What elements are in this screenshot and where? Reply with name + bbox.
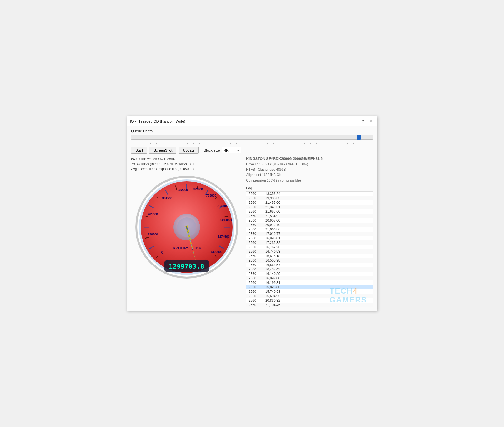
log-container[interactable]: 256018,353.24256019,988.65256021,455.002… <box>246 191 373 307</box>
gauge-mark-130500: 130500 <box>148 233 158 236</box>
log-value: 17,019.77 <box>263 232 373 236</box>
tick-mark <box>341 143 341 144</box>
log-row: 256016,199.31 <box>246 280 373 285</box>
log-qd: 2560 <box>246 240 263 245</box>
log-value: 15,823.80 <box>263 285 373 289</box>
log-row: 256019,988.65 <box>246 196 373 200</box>
tick-mark <box>187 143 188 144</box>
queue-depth-label: Queue Depth <box>131 129 373 133</box>
tick-mark <box>243 143 243 144</box>
gauge-svg: 0 130500 261000 391500 522000 652500 783… <box>134 174 239 280</box>
log-qd: 2560 <box>246 236 263 240</box>
log-value: 20,913.70 <box>263 223 373 227</box>
log-qd: 2560 <box>246 272 263 276</box>
log-qd: 2560 <box>246 294 263 298</box>
gauge-mark-783000: 783000 <box>206 194 216 197</box>
tick-mark <box>261 143 261 144</box>
log-row: 256015,694.95 <box>246 294 373 298</box>
tick-mark <box>372 143 372 144</box>
gauge-mark-522000: 522000 <box>178 188 188 192</box>
tick-mark <box>267 143 268 144</box>
log-value: 16,762.26 <box>263 245 373 249</box>
update-button[interactable]: Update <box>179 147 199 154</box>
log-qd: 2560 <box>246 249 263 254</box>
log-qd: 2560 <box>246 258 263 263</box>
start-button[interactable]: Start <box>131 147 147 154</box>
tick-mark <box>218 143 218 144</box>
log-qd: 2560 <box>246 196 263 200</box>
log-qd: 2560 <box>246 192 263 196</box>
log-value: 16,616.18 <box>263 254 373 258</box>
tick-mark <box>366 143 366 144</box>
log-row: 256021,349.51 <box>246 205 373 209</box>
gauge-value: 1299703.8 <box>169 263 204 270</box>
block-size-select[interactable]: 4K 512B 1K 2K 8K 16K 32K 64K 128K 256K 5… <box>222 147 241 153</box>
log-row: 256016,762.26 <box>246 245 373 249</box>
log-row: 256020,830.32 <box>246 298 373 303</box>
right-panel: KINGSTON SFYRDK2000G 2000GB/EIFK31.6 Dri… <box>246 157 373 307</box>
log-qd: 2560 <box>246 289 263 294</box>
tick-mark <box>206 143 206 144</box>
log-row: 256016,140.89 <box>246 272 373 276</box>
log-row: 256016,092.00 <box>246 276 373 280</box>
log-value: 17,235.32 <box>263 240 373 245</box>
slider-container <box>131 135 373 140</box>
block-size-label: Block size <box>204 148 220 152</box>
gauge-mark-1044000: 1044000 <box>220 218 232 222</box>
log-value: 18,353.24 <box>263 192 373 196</box>
log-qd: 2560 <box>246 223 263 227</box>
log-value: 20,957.00 <box>263 218 373 223</box>
log-qd: 2560 <box>246 245 263 249</box>
gauge-mark-1174500: 1174500 <box>218 235 230 238</box>
stats-line1: 640.00MB written / 671088640 <box>131 157 242 162</box>
tick-mark <box>353 143 354 144</box>
log-row: 256015,740.98 <box>246 289 373 294</box>
close-button[interactable]: ✕ <box>368 118 374 124</box>
stats-line3: Avg.access time (response time) 0.050 ms <box>131 167 242 172</box>
tick-mark <box>298 143 298 144</box>
log-label: Log <box>246 186 373 190</box>
tick-marks <box>131 143 373 144</box>
log-value: 21,349.51 <box>263 205 373 209</box>
tick-mark <box>249 143 249 144</box>
tick-mark <box>286 143 286 144</box>
queue-depth-slider[interactable] <box>131 135 373 140</box>
log-row: 256021,657.60 <box>246 209 373 214</box>
log-value: 16,437.43 <box>263 267 373 272</box>
tick-mark <box>132 143 132 144</box>
log-row: 256016,437.43 <box>246 267 373 272</box>
help-button[interactable]: ? <box>360 118 365 124</box>
drive-info-detail: Drive E: 1,863.0/1,862.8GB free (100.0%)… <box>246 162 373 183</box>
log-row: 256018,353.24 <box>246 192 373 196</box>
main-body: 640.00MB written / 671088640 79.328MB/s … <box>131 157 373 307</box>
toolbar: Start ScreenShot Update Block size 4K 51… <box>131 147 373 154</box>
log-value: 16,199.31 <box>263 280 373 285</box>
log-qd: 2560 <box>246 280 263 285</box>
tick-mark <box>150 143 151 144</box>
log-value: 15,740.98 <box>263 289 373 294</box>
gauge-mark-913500: 913500 <box>217 204 227 208</box>
title-controls: ? ✕ <box>360 118 374 124</box>
log-row: 256021,534.92 <box>246 214 373 218</box>
screenshot-button[interactable]: ScreenShot <box>149 147 176 154</box>
log-value: 16,996.01 <box>263 236 373 240</box>
log-value: 21,455.00 <box>263 200 373 205</box>
tick-mark <box>255 143 255 144</box>
stats-text: 640.00MB written / 671088640 79.328MB/s … <box>131 157 242 172</box>
tick-mark <box>199 143 200 144</box>
tick-mark <box>138 143 138 144</box>
gauge-container: 0 130500 261000 391500 522000 652500 783… <box>134 174 239 280</box>
gauge-label: RW IOPS QD64 <box>173 246 201 250</box>
log-value: 20,830.32 <box>263 298 373 303</box>
title-bar: IO - Threaded QD (Random Write) ? ✕ <box>127 116 377 126</box>
tick-mark <box>163 143 163 144</box>
log-row: 256016,996.01 <box>246 236 373 240</box>
tick-mark <box>181 143 181 144</box>
tick-mark <box>292 143 292 144</box>
gauge-mark-0: 0 <box>161 250 163 254</box>
tick-mark <box>144 143 144 144</box>
log-value: 16,140.89 <box>263 272 373 276</box>
tick-mark <box>236 143 237 144</box>
log-qd: 2560 <box>246 276 263 280</box>
tick-mark <box>347 143 348 144</box>
